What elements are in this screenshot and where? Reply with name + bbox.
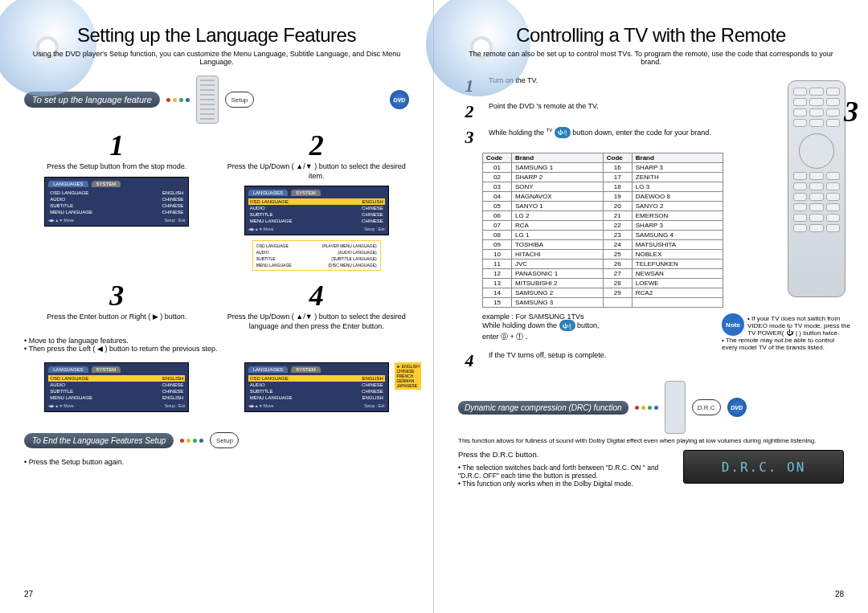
osd-row: SUBTITLECHINESE [248,211,385,218]
osd-popup: OSD LANGUAGE(PLAYER MENU LANGUAGE)AUDIO(… [252,240,381,271]
list-item: Move to the language features. [24,337,409,345]
dot-separator [635,406,658,410]
dot-separator [166,98,190,102]
page-title: Setting up the Language Features [24,24,409,47]
lang-option: ► ENGLISH [396,364,419,369]
page-number: 28 [835,590,844,599]
osd-tab: LANGUAGES [48,366,88,373]
drc-banner: Dynamic range compression (DRC) function [458,401,628,415]
osd-row: AUDIOCHINESE [248,382,385,388]
page-28: Controlling a TV with the Remote The rem… [434,0,868,613]
osd-row: OSD LANGUAGEENGLISH [48,375,185,382]
note-block: Note If your TV does not switch from VID… [722,313,850,351]
osd-row: SUBTITLECHINESE [48,202,185,209]
remote-icon [196,76,219,124]
th: Code [483,153,512,163]
popup-row: OSD LANGUAGE(PLAYER MENU LANGUAGE) [255,243,379,249]
osd-foot: ◀▶▲▼:Move [48,403,74,408]
example-text: While holding down the [482,321,559,329]
popup-row: MENU LANGUAGE(DISC MENU LANGUAGE) [255,262,379,268]
step-text: Press the Up/Down ( ▲/▼ ) button to sele… [224,313,410,331]
end-banner: To End the Language Features Setup [24,433,174,448]
table-row: 12PANASONIC 127NEWSAN [483,269,723,279]
osd-tab: LANGUAGES [248,190,288,196]
osd-tab: LANGUAGES [248,366,288,373]
intro-text: Using the DVD player's Setup function, y… [24,50,409,66]
step-cell-3: 3 Press the Enter button or Right ( ▶ ) … [24,279,210,331]
osd-tab: SYSTEM [291,190,321,196]
osd-row: MENU LANGUAGEENGLISH [48,394,185,401]
step-num: 2 [224,129,410,162]
lang-option: JAPANESE [396,383,419,388]
osd-foot: Setup : Exit [364,403,385,408]
osd-tab: SYSTEM [92,366,121,373]
four-step-grid: 1 Press the Setup button from the stop m… [24,129,409,332]
osd-row: OSD LANGUAGEENGLISH [48,190,185,196]
th: Brand [632,153,723,163]
step-cell-2: 2 Press the Up/Down ( ▲/▼ ) button to se… [224,129,410,271]
note-badge: Note [722,313,744,336]
page-number: 27 [24,590,33,599]
step-num: 4 [224,279,410,313]
table-row: 01SAMSUNG 116SHARP 3 [483,163,723,173]
table-row: 04MAGNAVOX19DAEWOO 8 [483,192,723,202]
osd-row: SUBTITLECHINESE [248,388,385,394]
osd-row: OSD LANGUAGEENGLISH [248,198,385,205]
list-item: The selection switches back and forth be… [458,464,675,480]
osd-tab: LANGUAGES [48,181,88,187]
dvd-badge: DVD [390,90,409,109]
table-row: 07RCA22SHARP 3 [483,221,723,231]
step-text: Press the Enter button or Right ( ▶ ) bu… [24,313,210,322]
table-row: 06LG 221EMERSON [483,211,723,221]
setup-chip: Setup [225,92,254,108]
table-row: 14SAMSUNG 229RCA2 [483,288,723,298]
step-num: 2 [458,101,481,122]
big-3: 3 [844,95,858,129]
table-row: 03SONY18LG 3 [483,182,723,192]
banner-row: To set up the language feature Setup DVD [24,76,409,124]
table-row: 15SAMSUNG 3 [483,298,723,308]
step-3: 3 While holding the TV ⏻/| button down, … [458,127,844,148]
list-item: Then press the Left ( ◀ ) button to retu… [24,345,409,353]
step-num: 1 [24,129,210,162]
dvd-badge: DVD [727,398,747,417]
th: Code [603,153,632,163]
mid-bullets: Move to the language features.Then press… [24,337,409,353]
page-title: Controlling a TV with the Remote [458,24,844,47]
osd-screen: LANGUAGESSYSTEM OSD LANGUAGEENGLISHAUDIO… [244,362,389,412]
list-item: This function only works when in the Dol… [458,480,675,488]
osd-foot: Setup : Exit [165,218,186,223]
table-row: 02SHARP 217ZENITH [483,173,723,182]
brand-code-table: Code Brand Code Brand 01SAMSUNG 116SHARP… [482,153,723,308]
end-banner-row: To End the Language Features Setup Setup [24,428,409,453]
osd-row: AUDIOCHINESE [48,382,185,388]
table-row: 08LG 123SAMSUNG 4 [483,231,723,240]
osd-foot: ◀▶▲▼:Move [248,227,274,231]
dot-separator [180,439,203,443]
step-2: 2 Point the DVD 's remote at the TV. [458,101,844,122]
osd-screen: LANGUAGESSYSTEM OSD LANGUAGEENGLISHAUDIO… [244,186,389,235]
osd-row: OSD LANGUAGEENGLISH [248,375,385,382]
list-item: The remote may not be able to control ev… [722,337,850,351]
osd-row: MENU LANGUAGEENGLISH [248,394,385,401]
tv-power-icon: ⏻/| [559,320,575,331]
example-text: button, [577,321,600,329]
drc-chip: D.R.C [692,399,721,415]
table-row: 11JVC26TELEFUNKEN [483,260,723,269]
text-part: button down, enter the code for your bra… [572,129,711,137]
step-4: 4 If the TV turns off, setup is complete… [458,350,844,371]
step-num: 4 [458,350,481,371]
drc-bullets: The selection switches back and forth be… [458,464,675,488]
step-cell-4: 4 Press the Up/Down ( ▲/▼ ) button to se… [224,279,410,331]
osd-row: AUDIOCHINESE [48,196,185,202]
osd-row: SUBTITLECHINESE [48,388,185,394]
th: Brand [512,153,604,163]
osd-foot: ◀▶▲▼:Move [248,403,274,408]
setup-chip: Setup [210,432,239,448]
osd-tab: SYSTEM [291,366,321,373]
step-text: Press the Up/Down ( ▲/▼ ) button to sele… [224,162,410,181]
table-row: 09TOSHIBA24MATSUSHITA [483,240,723,250]
list-item: Press the Setup button again. [24,458,409,466]
osd-row: MENU LANGUAGECHINESE [48,209,185,215]
osd-tab: SYSTEM [92,181,121,187]
